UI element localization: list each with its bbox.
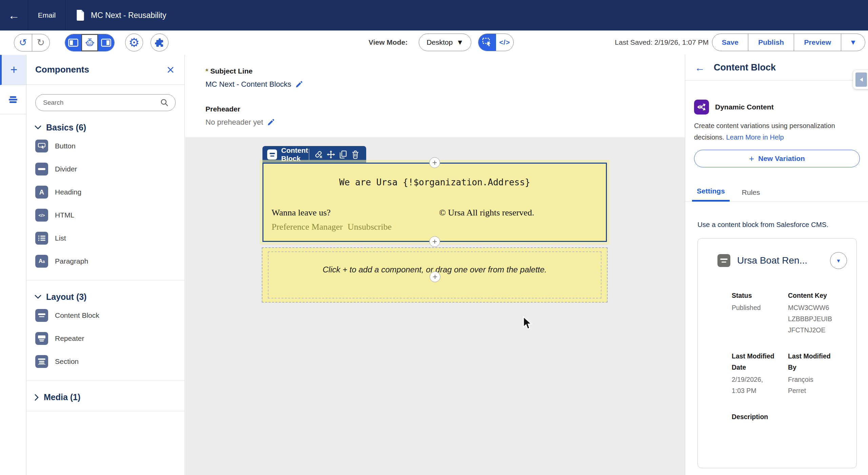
panel-divider xyxy=(26,411,184,411)
field-description: Description xyxy=(732,411,844,424)
puzzle-icon xyxy=(155,38,164,47)
edit-pencil-icon[interactable] xyxy=(295,81,303,88)
action-button-group: Save Publish Preview ▼ xyxy=(712,34,865,51)
add-component-dropzone-button[interactable]: + xyxy=(430,271,440,282)
nav-separator xyxy=(65,0,66,30)
visual-edit-toggle[interactable] xyxy=(478,34,496,51)
publish-button[interactable]: Publish xyxy=(748,34,794,51)
selected-content-block[interactable]: We are Ursa {!$organization.Address} Wan… xyxy=(262,163,607,242)
component-item-button[interactable]: Button xyxy=(26,135,184,158)
search-icon xyxy=(160,99,169,107)
properties-panel: ← Content Block Dynamic Content Create c… xyxy=(685,55,868,475)
email-design-area: Content Block We are Ursa {!$organizatio… xyxy=(185,137,685,475)
redo-button[interactable]: ↻ xyxy=(32,34,50,51)
undo-button[interactable]: ↺ xyxy=(14,34,32,51)
duplicate-block-button[interactable] xyxy=(337,146,349,163)
move-block-button[interactable] xyxy=(325,146,337,163)
delete-block-button[interactable] xyxy=(349,146,361,163)
panel-back-button[interactable]: ← xyxy=(695,62,705,74)
einstein-assistant-toggle[interactable] xyxy=(81,34,98,51)
field-content-key: Content Key MCW3CWW6LZBBBPJEUIBJFCTNJ2OE xyxy=(788,290,844,336)
code-edit-toggle[interactable]: </> xyxy=(496,34,514,51)
component-item-heading[interactable]: A Heading xyxy=(26,181,184,204)
component-item-paragraph[interactable]: Aa Paragraph xyxy=(26,250,184,273)
button-icon xyxy=(35,140,48,152)
nav-back-button[interactable]: ← xyxy=(0,0,28,30)
document-icon xyxy=(76,0,85,30)
top-nav: ← Email MC Next - Reusability xyxy=(0,0,868,30)
chevron-down-icon xyxy=(35,295,41,299)
preheader-value: No preheader yet xyxy=(205,118,263,127)
add-component-below-button[interactable]: + xyxy=(429,236,440,247)
tab-rules[interactable]: Rules xyxy=(737,188,765,201)
new-variation-button[interactable]: + New Variation xyxy=(694,150,860,167)
collapse-panel-handle[interactable] xyxy=(853,70,868,89)
panel-tabs: Settings Rules xyxy=(685,185,868,202)
dynamic-content-description: Create content variations using personal… xyxy=(694,120,858,143)
last-saved-status: Last Saved: 2/19/26, 1:07 PM xyxy=(615,38,709,46)
component-search xyxy=(35,94,176,111)
component-item-section[interactable]: Section xyxy=(26,350,184,373)
heading-icon: A xyxy=(35,186,48,199)
left-panel-toggle[interactable] xyxy=(65,34,81,51)
view-mode-value: Desktop xyxy=(427,38,453,46)
select-drag-icon xyxy=(482,38,492,47)
chevron-right-icon xyxy=(35,394,39,401)
dynamic-content-icon xyxy=(694,100,709,115)
component-item-repeater[interactable]: Repeater xyxy=(26,327,184,350)
outline-view-button[interactable] xyxy=(0,85,26,114)
preheader-label: Preheader xyxy=(205,105,685,113)
view-mode-dropdown[interactable]: Desktop ▼ xyxy=(419,34,471,51)
edit-pencil-icon[interactable] xyxy=(267,119,275,126)
block-footer-right-text: © Ursa All rights reserved. xyxy=(439,208,534,218)
section-media-header[interactable]: Media (1) xyxy=(35,392,184,402)
right-panel-toggle[interactable] xyxy=(98,34,114,51)
preference-manager-link[interactable]: Preference Manager xyxy=(272,222,343,232)
search-input[interactable] xyxy=(42,99,160,107)
trash-icon xyxy=(351,150,359,159)
section-basics-header[interactable]: Basics (6) xyxy=(35,123,184,132)
settings-button[interactable]: ⚙ xyxy=(125,34,143,51)
component-item-divider[interactable]: Divider xyxy=(26,158,184,181)
section-layout-header[interactable]: Layout (3) xyxy=(35,292,184,302)
learn-more-link[interactable]: Learn More in Help xyxy=(726,133,784,141)
paragraph-icon: Aa xyxy=(35,255,48,268)
chevron-down-icon: ▼ xyxy=(456,38,463,46)
nav-app-tab[interactable]: Email xyxy=(28,0,65,30)
html-icon: </> xyxy=(35,209,48,222)
required-asterisk: * xyxy=(205,67,208,75)
repeater-icon xyxy=(35,332,48,345)
view-mode-label: View Mode: xyxy=(369,38,408,46)
field-last-modified-date: Last Modified Date 2/19/2026, 1:03 PM xyxy=(732,351,788,396)
components-panel: Components Basics (6) Button Divider A H… xyxy=(26,55,185,475)
field-last-modified-by: Last Modified By François Perret xyxy=(788,351,844,396)
panel-divider xyxy=(26,380,184,381)
component-item-list[interactable]: List xyxy=(26,227,184,250)
undo-redo-group: ↺ ↻ xyxy=(14,34,50,51)
more-actions-button[interactable]: ▼ xyxy=(841,34,865,51)
content-block-toolbar: Content Block xyxy=(262,146,366,163)
add-component-above-button[interactable]: + xyxy=(429,157,440,168)
component-item-html[interactable]: </> HTML xyxy=(26,204,184,227)
accessibility-check-button[interactable] xyxy=(151,34,169,51)
unsubscribe-link[interactable]: Unsubscribe xyxy=(348,222,392,232)
move-icon xyxy=(327,150,335,159)
unlink-block-button[interactable] xyxy=(313,146,325,163)
email-meta: *Subject Line MC Next - Content Blocks P… xyxy=(185,55,685,127)
copy-icon xyxy=(339,150,347,159)
content-block-icon xyxy=(267,149,277,160)
add-components-tab[interactable]: + xyxy=(0,55,26,85)
document-title: MC Next - Reusability xyxy=(91,0,166,30)
save-button[interactable]: Save xyxy=(712,34,748,51)
cms-block-title: Ursa Boat Ren... xyxy=(737,255,830,266)
subject-line-label: *Subject Line xyxy=(205,67,685,75)
preview-button[interactable]: Preview xyxy=(794,34,841,51)
component-item-content-block[interactable]: Content Block xyxy=(26,304,184,327)
block-footer-left-text: Wanna leave us? xyxy=(272,208,331,218)
cms-card-menu-button[interactable]: ▼ xyxy=(830,252,847,269)
tab-settings[interactable]: Settings xyxy=(692,187,730,202)
close-panel-button[interactable] xyxy=(165,65,176,75)
section-icon xyxy=(35,355,48,368)
collapse-arrow xyxy=(855,73,867,87)
gear-icon: ⚙ xyxy=(129,37,139,49)
